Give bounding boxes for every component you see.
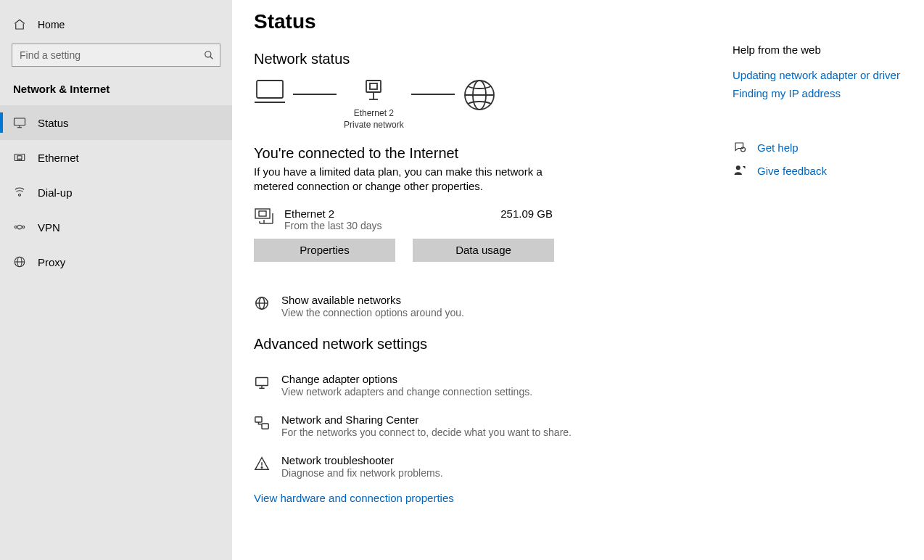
search-icon[interactable] (202, 48, 216, 62)
option-sub: View network adapters and change connect… (281, 386, 532, 398)
vpn-icon (13, 221, 26, 234)
sidebar-item-ethernet[interactable]: Ethernet (0, 140, 232, 175)
svg-rect-25 (255, 209, 270, 218)
advanced-heading: Advanced network settings (254, 336, 733, 353)
option-title: Show available networks (281, 294, 464, 306)
show-available-networks[interactable]: Show available networks View the connect… (254, 291, 733, 332)
network-sharing-center[interactable]: Network and Sharing Center For the netwo… (254, 411, 733, 451)
main-area: Status Network status Ethernet 2 Priva (232, 0, 924, 560)
sidebar-item-label: Dial-up (38, 186, 73, 199)
connection-name: Ethernet 2 (284, 207, 490, 220)
home-button[interactable]: Home (0, 10, 232, 39)
globe-icon (254, 295, 270, 311)
adapter-node: Ethernet 2 Private network (344, 78, 404, 131)
diagram-adapter-name: Ethernet 2 (354, 108, 394, 120)
connection-buttons: Properties Data usage (254, 239, 733, 262)
sidebar-item-label: Ethernet (38, 152, 79, 164)
diagram-line-2 (411, 94, 455, 95)
connection-period: From the last 30 days (284, 220, 490, 231)
sidebar-item-label: Proxy (38, 256, 65, 268)
help-link-ip-address[interactable]: Finding my IP address (733, 87, 841, 99)
network-diagram: Ethernet 2 Private network (254, 78, 733, 131)
option-sub: View the connection options around you. (281, 307, 464, 318)
data-usage-button[interactable]: Data usage (413, 239, 554, 262)
svg-rect-16 (257, 81, 283, 98)
sidebar-item-status[interactable]: Status (0, 105, 232, 140)
right-rail: Help from the web Updating network adapt… (733, 7, 907, 560)
feedback-icon (733, 163, 747, 178)
svg-point-0 (205, 52, 211, 57)
svg-rect-19 (370, 83, 377, 89)
option-title: Network and Sharing Center (281, 413, 572, 426)
option-title: Network troubleshooter (281, 454, 443, 466)
connected-heading: You're connected to the Internet (254, 145, 733, 162)
sidebar-item-vpn[interactable]: VPN (0, 210, 232, 244)
page-title: Status (254, 10, 733, 33)
get-help-link[interactable]: Get help (733, 140, 907, 155)
svg-line-1 (210, 57, 213, 59)
connection-usage: 251.09 GB (500, 207, 553, 220)
svg-point-11 (15, 226, 17, 228)
rail-heading: Help from the web (733, 44, 907, 56)
sidebar-item-label: Status (38, 117, 69, 129)
option-sub: For the networks you connect to, decide … (281, 427, 572, 438)
sidebar-item-proxy[interactable]: Proxy (0, 244, 232, 279)
give-feedback-label: Give feedback (757, 165, 827, 177)
svg-rect-18 (366, 81, 381, 92)
home-icon (13, 18, 26, 31)
get-help-label: Get help (757, 141, 799, 154)
ethernet-icon (13, 151, 26, 164)
properties-button[interactable]: Properties (254, 239, 395, 262)
svg-rect-2 (15, 118, 25, 125)
adapter-icon (254, 374, 270, 390)
svg-rect-37 (255, 416, 262, 421)
svg-rect-38 (262, 424, 268, 429)
sidebar-item-label: VPN (38, 221, 60, 234)
view-hardware-link[interactable]: View hardware and connection properties (254, 492, 454, 504)
svg-rect-26 (259, 211, 266, 216)
globe-icon (13, 255, 26, 268)
svg-rect-6 (17, 156, 22, 160)
svg-point-40 (261, 466, 262, 467)
warning-icon (254, 456, 270, 472)
svg-point-10 (19, 194, 21, 196)
search-input[interactable] (12, 44, 220, 67)
monitor-icon (13, 116, 26, 129)
connected-body: If you have a limited data plan, you can… (254, 165, 558, 194)
computer-node (254, 78, 286, 105)
category-heading: Network & Internet (0, 77, 232, 105)
content-column: Status Network status Ethernet 2 Priva (254, 7, 733, 560)
option-sub: Diagnose and fix network problems. (281, 467, 443, 479)
connection-row: Ethernet 2 From the last 30 days 251.09 … (254, 207, 553, 231)
diagram-line-1 (293, 94, 337, 95)
ethernet-port-icon (254, 207, 274, 225)
give-feedback-link[interactable]: Give feedback (733, 163, 907, 178)
search-container (12, 44, 220, 67)
network-troubleshooter[interactable]: Network troubleshooter Diagnose and fix … (254, 451, 733, 492)
sidebar-item-dialup[interactable]: Dial-up (0, 175, 232, 210)
dialup-icon (13, 186, 26, 199)
svg-point-42 (736, 165, 741, 170)
option-title: Change adapter options (281, 373, 532, 385)
help-link-adapter-driver[interactable]: Updating network adapter or driver (733, 69, 900, 81)
internet-node (462, 78, 497, 112)
sharing-icon (254, 415, 270, 431)
sidebar: Home Network & Internet Status Ethernet (0, 0, 232, 560)
home-label: Home (38, 19, 65, 30)
diagram-network-type: Private network (344, 120, 404, 131)
network-status-heading: Network status (254, 51, 733, 67)
svg-point-12 (22, 226, 25, 228)
help-chat-icon (733, 140, 747, 155)
svg-rect-34 (256, 377, 268, 385)
change-adapter-options[interactable]: Change adapter options View network adap… (254, 370, 733, 411)
